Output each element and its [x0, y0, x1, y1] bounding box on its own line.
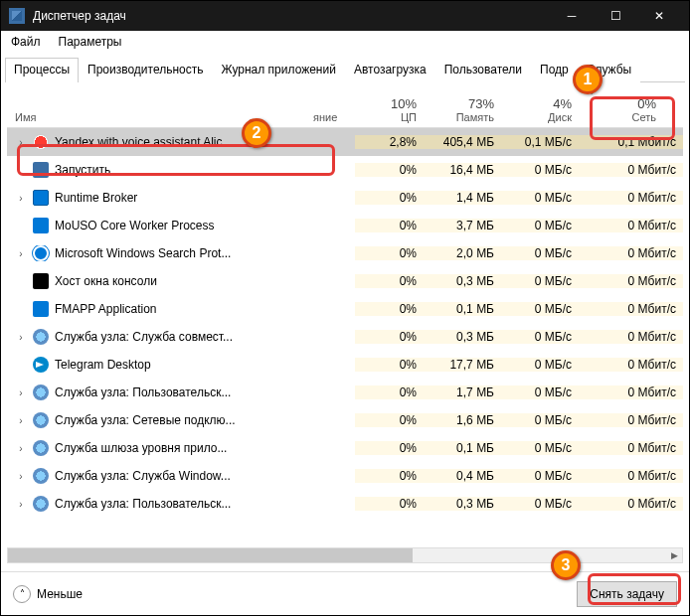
- disk-value: 0 МБ/с: [502, 469, 580, 483]
- disk-value: 0 МБ/с: [502, 246, 580, 260]
- expand-icon[interactable]: ›: [15, 443, 27, 454]
- app-icon: [33, 468, 49, 484]
- app-icon: [33, 385, 49, 400]
- col-cpu[interactable]: 10%ЦП: [355, 92, 425, 127]
- tab-users[interactable]: Пользователи: [435, 58, 531, 82]
- process-row[interactable]: Telegram Desktop0%17,7 МБ0 МБ/с0 Мбит/с: [7, 351, 683, 379]
- process-row[interactable]: ›Yandex with voice assistant Alic...2,8%…: [7, 128, 683, 156]
- memory-value: 405,4 МБ: [425, 135, 502, 149]
- tab-processes[interactable]: Процессы: [5, 58, 79, 82]
- process-name: FMAPP Application: [55, 302, 157, 316]
- minimize-button[interactable]: ─: [550, 1, 594, 31]
- process-row[interactable]: ›Runtime Broker0%1,4 МБ0 МБ/с0 Мбит/с: [7, 184, 683, 212]
- tab-details[interactable]: Подр: [531, 58, 578, 82]
- disk-value: 0 МБ/с: [502, 191, 580, 205]
- app-icon: [33, 329, 49, 345]
- menubar: Файл Параметры: [1, 31, 689, 53]
- process-row[interactable]: ›Служба шлюза уровня прило...0%0,1 МБ0 М…: [7, 434, 683, 462]
- network-value: 0 Мбит/с: [580, 274, 683, 288]
- close-button[interactable]: ✕: [637, 1, 681, 31]
- process-row[interactable]: ›Служба узла: Служба совмест...0%0,3 МБ0…: [7, 323, 683, 351]
- disk-value: 0 МБ/с: [502, 497, 580, 511]
- footer: ˄ Меньше Снять задачу: [1, 571, 689, 615]
- tab-startup[interactable]: Автозагрузка: [345, 58, 435, 82]
- process-row[interactable]: Запустить0%16,4 МБ0 МБ/с0 Мбит/с: [7, 156, 683, 184]
- expand-icon[interactable]: ›: [15, 499, 27, 510]
- process-row[interactable]: MoUSO Core Worker Process0%3,7 МБ0 МБ/с0…: [7, 212, 683, 239]
- cpu-value: 0%: [355, 246, 425, 260]
- expand-icon[interactable]: ›: [15, 332, 27, 343]
- memory-value: 0,4 МБ: [425, 469, 502, 483]
- network-value: 0 Мбит/с: [580, 163, 683, 177]
- scroll-right-icon[interactable]: ▶: [666, 548, 682, 562]
- app-icon: [33, 190, 49, 206]
- cpu-value: 0%: [355, 469, 425, 483]
- process-row[interactable]: ›Служба узла: Пользовательск...0%0,3 МБ0…: [7, 490, 683, 518]
- col-disk[interactable]: 4%Диск: [502, 92, 580, 127]
- fewer-details-button[interactable]: ˄ Меньше: [13, 585, 83, 603]
- network-value: 0 Мбит/с: [580, 191, 683, 205]
- annotation-badge-1: 1: [573, 65, 603, 94]
- network-value: 0 Мбит/с: [580, 219, 683, 232]
- memory-value: 1,7 МБ: [425, 385, 502, 399]
- fewer-details-label: Меньше: [37, 587, 83, 601]
- annotation-badge-3: 3: [551, 550, 581, 580]
- annotation-badge-2: 2: [242, 118, 271, 148]
- cpu-value: 0%: [355, 358, 425, 372]
- end-task-button[interactable]: Снять задачу: [577, 581, 677, 607]
- network-value: 0 Мбит/с: [580, 413, 683, 427]
- window-title: Диспетчер задач: [33, 9, 550, 23]
- cpu-value: 0%: [355, 191, 425, 205]
- horizontal-scrollbar[interactable]: ◀ ▶: [7, 547, 683, 563]
- chevron-up-icon: ˄: [13, 585, 31, 603]
- process-row[interactable]: ›Microsoft Windows Search Prot...0%2,0 М…: [7, 239, 683, 267]
- memory-value: 1,4 МБ: [425, 191, 502, 205]
- disk-value: 0 МБ/с: [502, 163, 580, 177]
- tab-performance[interactable]: Производительность: [79, 58, 212, 82]
- app-icon: [33, 218, 49, 233]
- process-row[interactable]: ›Служба узла: Пользовательск...0%1,7 МБ0…: [7, 379, 683, 406]
- process-row[interactable]: FMAPP Application0%0,1 МБ0 МБ/с0 Мбит/с: [7, 295, 683, 323]
- process-name: Microsoft Windows Search Prot...: [55, 246, 231, 260]
- cpu-value: 0%: [355, 497, 425, 511]
- process-name: Служба шлюза уровня прило...: [55, 441, 227, 455]
- network-value: 0 Мбит/с: [580, 497, 683, 511]
- process-name: Хост окна консоли: [55, 274, 157, 288]
- disk-value: 0 МБ/с: [502, 274, 580, 288]
- process-name: Telegram Desktop: [55, 358, 151, 372]
- memory-value: 0,3 МБ: [425, 274, 502, 288]
- expand-icon[interactable]: ›: [15, 471, 27, 482]
- app-icon: [9, 8, 25, 24]
- disk-value: 0 МБ/с: [502, 413, 580, 427]
- col-status[interactable]: яние: [305, 107, 355, 127]
- menu-file[interactable]: Файл: [7, 33, 45, 51]
- tab-apphistory[interactable]: Журнал приложений: [213, 58, 345, 82]
- network-value: 0 Мбит/с: [580, 441, 683, 455]
- expand-icon[interactable]: ›: [15, 193, 27, 204]
- cpu-value: 0%: [355, 385, 425, 399]
- memory-value: 17,7 МБ: [425, 358, 502, 372]
- cpu-value: 0%: [355, 441, 425, 455]
- expand-icon[interactable]: ›: [15, 415, 27, 426]
- expand-icon[interactable]: ›: [15, 137, 27, 148]
- process-row[interactable]: Хост окна консоли0%0,3 МБ0 МБ/с0 Мбит/с: [7, 267, 683, 295]
- disk-value: 0 МБ/с: [502, 219, 580, 232]
- process-row[interactable]: ›Служба узла: Сетевые подклю...0%1,6 МБ0…: [7, 406, 683, 434]
- disk-value: 0 МБ/с: [502, 441, 580, 455]
- app-icon: [33, 273, 49, 289]
- expand-icon[interactable]: ›: [15, 248, 27, 259]
- col-memory[interactable]: 73%Память: [425, 92, 502, 127]
- network-value: 0 Мбит/с: [580, 246, 683, 260]
- network-value: 0 Мбит/с: [580, 330, 683, 344]
- expand-icon[interactable]: ›: [15, 387, 27, 398]
- scrollbar-thumb[interactable]: [8, 548, 413, 562]
- process-name: MoUSO Core Worker Process: [55, 219, 214, 232]
- maximize-button[interactable]: ☐: [594, 1, 637, 31]
- menu-options[interactable]: Параметры: [55, 33, 126, 51]
- app-icon: [33, 440, 49, 456]
- memory-value: 2,0 МБ: [425, 246, 502, 260]
- network-value: 0 Мбит/с: [580, 302, 683, 316]
- app-icon: [33, 301, 49, 317]
- process-row[interactable]: ›Служба узла: Служба Window...0%0,4 МБ0 …: [7, 462, 683, 490]
- memory-value: 0,3 МБ: [425, 497, 502, 511]
